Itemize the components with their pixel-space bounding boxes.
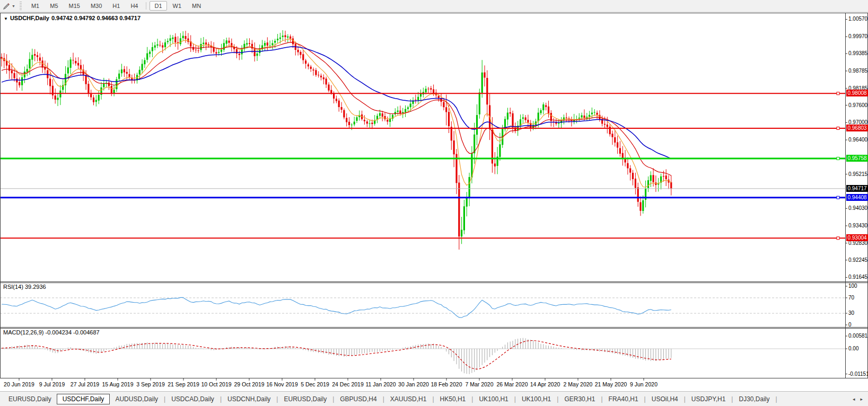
indicator-tick-label: 0.00: [848, 346, 868, 351]
indicator-tick-label: -0.011514: [848, 371, 868, 377]
chart-tools-group: ▼: [2, 2, 17, 10]
tab-separator: |: [164, 395, 165, 403]
timeframe-button-m30[interactable]: M30: [86, 1, 107, 11]
price-tick-label: 0.99385: [848, 50, 868, 56]
macd-label: MACD(12,26,9) -0.004234 -0.004687: [3, 329, 100, 336]
chevron-down-icon[interactable]: ▼: [12, 4, 15, 8]
price-level-label: 0.94408: [846, 194, 868, 201]
chart-tab-eurusd-daily[interactable]: EURUSD,Daily: [3, 394, 57, 404]
tabs-scroll-right-icon[interactable]: ▸: [860, 396, 863, 402]
price-level-label: 0.95758: [846, 155, 868, 162]
tab-separator: |: [276, 395, 278, 403]
chart-title: ▼USDCHF,Daily0.94742 0.94792 0.94663 0.9…: [4, 15, 143, 21]
indicator-tick-label: 0: [848, 322, 868, 328]
chart-canvas[interactable]: [0, 13, 868, 391]
chart-tab-usoil-h4[interactable]: USOil,H4: [646, 394, 683, 404]
tab-separator: |: [684, 395, 686, 403]
price-level-label: 0.94717: [846, 185, 868, 192]
price-tick-label: 0.98785: [848, 68, 868, 74]
timeframe-button-m5[interactable]: M5: [45, 1, 63, 11]
chart-tab-audusd-daily[interactable]: AUDUSD,Daily: [110, 394, 163, 404]
chart-tab-usdcnh-daily[interactable]: USDCNH,Daily: [222, 394, 276, 404]
tab-separator: |: [332, 395, 334, 403]
toolbar-grip[interactable]: [20, 2, 22, 10]
chart-tab-ger30-h1[interactable]: GER30,H1: [559, 394, 600, 404]
price-tick-label: 0.94030: [848, 205, 868, 211]
chart-tab-dj30-daily[interactable]: DJ30,Daily: [733, 394, 775, 404]
price-tick-label: 0.95215: [848, 171, 868, 177]
price-tick-label: 0.92245: [848, 257, 868, 263]
indicator-tick-label: 30: [848, 310, 868, 316]
price-tick-label: 0.99970: [848, 33, 868, 39]
tab-separator: |: [432, 395, 434, 403]
indicator-tick-label: 0.005818: [848, 333, 868, 339]
timeframe-button-w1[interactable]: W1: [168, 1, 187, 11]
chart-window: ▼USDCHF,Daily0.94742 0.94792 0.94663 0.9…: [0, 12, 868, 391]
tab-separator: |: [557, 395, 558, 403]
tab-separator: |: [220, 395, 222, 403]
price-tick-label: 1.00570: [848, 16, 868, 22]
chart-tab-gbpusd-h4[interactable]: GBPUSD,H4: [335, 394, 382, 404]
toolbar: ▼ M1M5M15M30H1H4D1W1MN: [0, 0, 868, 12]
chart-tab-fra40-h1[interactable]: FRA40,H1: [603, 394, 644, 404]
chart-symbol-label: USDCHF,Daily: [10, 15, 49, 21]
chart-ohlc-values: 0.94742 0.94792 0.94663 0.94717: [51, 15, 141, 21]
timeframe-button-h1[interactable]: H1: [108, 1, 125, 11]
indicator-tick-label: 70: [848, 295, 868, 301]
tab-separator: |: [731, 395, 733, 403]
tab-separator: |: [601, 395, 602, 403]
price-tick-label: 0.97600: [848, 102, 868, 108]
chart-tab-bar: EURUSD,DailyUSDCHF,DailyAUDUSD,Daily|USD…: [0, 391, 868, 406]
chart-tab-uk100-h1[interactable]: UK100,H1: [474, 394, 513, 404]
tab-separator: |: [514, 395, 516, 403]
price-level-label: 0.93004: [846, 234, 868, 241]
chart-tab-usdchf-daily[interactable]: USDCHF,Daily: [57, 394, 110, 404]
chart-tab-uk100-h1[interactable]: UK100,H1: [516, 394, 556, 404]
price-level-label: 0.98008: [846, 90, 868, 96]
chart-tab-usdjpy-h1[interactable]: USDJPY,H1: [686, 394, 731, 404]
chart-tab-usdcad-daily[interactable]: USDCAD,Daily: [166, 394, 220, 404]
pencil-icon[interactable]: [2, 2, 11, 10]
timeframe-button-mn[interactable]: MN: [187, 1, 206, 11]
timeframe-button-d1[interactable]: D1: [150, 1, 166, 11]
date-tick-label: 9 Jun 2020: [621, 381, 666, 387]
toolbar-separator: [146, 2, 146, 10]
tab-separator: |: [644, 395, 646, 403]
tab-scroll-arrows: ◂ ▸: [853, 396, 863, 402]
price-tick-label: 0.96400: [848, 137, 868, 143]
timeframe-button-m15[interactable]: M15: [64, 1, 85, 11]
timeframe-button-h4[interactable]: H4: [126, 1, 143, 11]
title-marker-icon: ▼: [4, 16, 8, 21]
chart-tab-xauusd-h1[interactable]: XAUUSD,H1: [385, 394, 432, 404]
tab-separator: |: [776, 395, 777, 403]
rsi-label: RSI(14) 39.2936: [3, 284, 46, 290]
timeframe-buttons: M1M5M15M30H1H4D1W1MN: [26, 0, 206, 12]
tab-separator: |: [383, 395, 384, 403]
price-tick-label: 0.91645: [848, 274, 868, 280]
tabs-scroll-left-icon[interactable]: ◂: [853, 396, 855, 402]
timeframe-button-m1[interactable]: M1: [27, 1, 44, 11]
chart-tab-hk50-h1[interactable]: HK50,H1: [435, 394, 471, 404]
indicator-tick-label: 100: [848, 283, 868, 289]
price-tick-label: 0.93430: [848, 223, 868, 228]
chart-tabs: EURUSD,DailyUSDCHF,DailyAUDUSD,Daily|USD…: [0, 392, 778, 406]
price-level-label: 0.96803: [846, 125, 868, 131]
tab-separator: |: [471, 395, 473, 403]
chart-tab-eurusd-daily[interactable]: EURUSD,Daily: [278, 394, 332, 404]
